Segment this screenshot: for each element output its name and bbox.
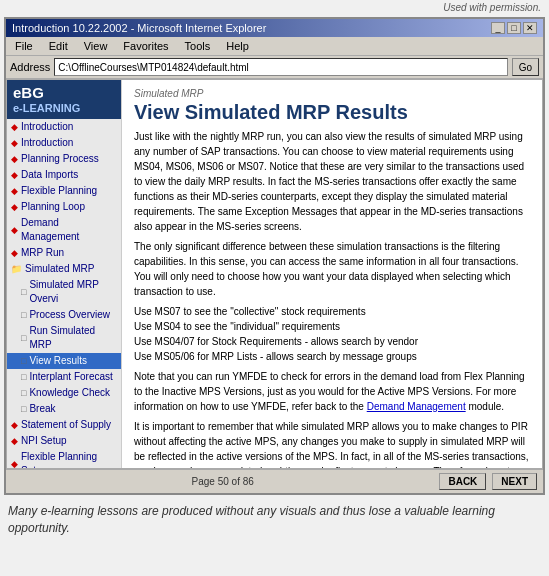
- sidebar-item-demand-management[interactable]: ◆Demand Management: [7, 215, 121, 245]
- bullet-icon: ◆: [11, 419, 18, 432]
- bullet-icon: □: [21, 371, 26, 384]
- sidebar: eBG e-LEARNING ◆Introduction ◆Introducti…: [7, 80, 122, 468]
- back-button[interactable]: BACK: [439, 473, 486, 490]
- logo-ebg: eBG: [13, 84, 115, 102]
- logo-elearning: e-LEARNING: [13, 102, 115, 115]
- menu-tools[interactable]: Tools: [182, 39, 214, 53]
- menu-bar: File Edit View Favorites Tools Help: [6, 37, 543, 56]
- paragraph-3: Use MS07 to see the "collective" stock r…: [134, 304, 530, 364]
- paragraph-5: It is important to remember that while s…: [134, 419, 530, 468]
- demand-management-link[interactable]: Demand Management: [367, 401, 466, 412]
- bullet-icon: □: [21, 387, 26, 400]
- sidebar-item-npi-setup[interactable]: ◆NPI Setup: [7, 433, 121, 449]
- browser-title: Introduction 10.22.2002 - Microsoft Inte…: [12, 22, 266, 34]
- next-button[interactable]: NEXT: [492, 473, 537, 490]
- menu-view[interactable]: View: [81, 39, 111, 53]
- menu-file[interactable]: File: [12, 39, 36, 53]
- paragraph-4: Note that you can run YMFDE to check for…: [134, 369, 530, 414]
- bullet-icon: ◆: [11, 185, 18, 198]
- sidebar-item-data-imports[interactable]: ◆Data Imports: [7, 167, 121, 183]
- paragraph-2: The only significant difference between …: [134, 239, 530, 299]
- sidebar-item-statement-of-supply[interactable]: ◆Statement of Supply: [7, 417, 121, 433]
- bullet-icon: ◆: [11, 121, 18, 134]
- paragraph-1: Just like with the nightly MRP run, you …: [134, 129, 530, 234]
- sidebar-item-simulated-mrp[interactable]: 📁Simulated MRP: [7, 261, 121, 277]
- sidebar-item-view-results[interactable]: □View Results: [7, 353, 121, 369]
- sidebar-item-planning-process[interactable]: ◆Planning Process: [7, 151, 121, 167]
- address-bar: Address Go: [6, 56, 543, 79]
- bullet-icon: □: [21, 286, 26, 299]
- page-info: Page 50 of 86: [12, 476, 433, 487]
- section-label: Simulated MRP: [134, 88, 530, 99]
- close-button[interactable]: ✕: [523, 22, 537, 34]
- title-bar: Introduction 10.22.2002 - Microsoft Inte…: [6, 19, 543, 37]
- sidebar-item-introduction1[interactable]: ◆Introduction: [7, 119, 121, 135]
- bullet-icon: ◆: [11, 458, 18, 468]
- sidebar-logo: eBG e-LEARNING: [7, 80, 121, 119]
- sidebar-item-simulated-mrp-overvi[interactable]: □Simulated MRP Overvi: [7, 277, 121, 307]
- menu-edit[interactable]: Edit: [46, 39, 71, 53]
- bullet-icon: □: [21, 309, 26, 322]
- content-body: Just like with the nightly MRP run, you …: [134, 129, 530, 468]
- bullet-icon: ◆: [11, 224, 18, 237]
- bullet-icon: ◆: [11, 169, 18, 182]
- sidebar-item-introduction2[interactable]: ◆Introduction: [7, 135, 121, 151]
- folder-icon: 📁: [11, 263, 22, 276]
- title-bar-buttons: _ □ ✕: [491, 22, 537, 34]
- address-label: Address: [10, 61, 50, 73]
- sidebar-item-interplant-forecast[interactable]: □Interplant Forecast: [7, 369, 121, 385]
- used-permission: Used with permission.: [0, 0, 549, 15]
- sidebar-item-flexible-planning-setup[interactable]: ◆Flexible Planning Setup: [7, 449, 121, 468]
- minimize-button[interactable]: _: [491, 22, 505, 34]
- address-input[interactable]: [54, 58, 507, 76]
- page-title: View Simulated MRP Results: [134, 101, 530, 123]
- sidebar-nav: ◆Introduction ◆Introduction ◆Planning Pr…: [7, 119, 121, 468]
- maximize-button[interactable]: □: [507, 22, 521, 34]
- sidebar-item-break[interactable]: □Break: [7, 401, 121, 417]
- sidebar-item-flexible-planning[interactable]: ◆Flexible Planning: [7, 183, 121, 199]
- menu-help[interactable]: Help: [223, 39, 252, 53]
- bullet-icon: ◆: [11, 153, 18, 166]
- content-area: eBG e-LEARNING ◆Introduction ◆Introducti…: [6, 79, 543, 469]
- menu-favorites[interactable]: Favorites: [120, 39, 171, 53]
- bullet-icon: ◆: [11, 247, 18, 260]
- bottom-bar: Page 50 of 86 BACK NEXT: [6, 469, 543, 493]
- bullet-icon: ◆: [11, 201, 18, 214]
- sidebar-item-knowledge-check[interactable]: □Knowledge Check: [7, 385, 121, 401]
- bullet-icon: □: [21, 332, 26, 345]
- main-content: Simulated MRP View Simulated MRP Results…: [122, 80, 542, 468]
- bullet-icon: ◆: [11, 435, 18, 448]
- sidebar-item-process-overview[interactable]: □Process Overview: [7, 307, 121, 323]
- bullet-icon: □: [21, 403, 26, 416]
- bullet-icon: ◆: [11, 137, 18, 150]
- browser-window: Introduction 10.22.2002 - Microsoft Inte…: [4, 17, 545, 495]
- bullet-icon: □: [21, 355, 26, 368]
- sidebar-item-run-simulated-mrp[interactable]: □Run Simulated MRP: [7, 323, 121, 353]
- sidebar-item-planning-loop[interactable]: ◆Planning Loop: [7, 199, 121, 215]
- sidebar-item-mrp-run[interactable]: ◆MRP Run: [7, 245, 121, 261]
- caption: Many e-learning lessons are produced wit…: [0, 497, 549, 541]
- go-button[interactable]: Go: [512, 58, 539, 76]
